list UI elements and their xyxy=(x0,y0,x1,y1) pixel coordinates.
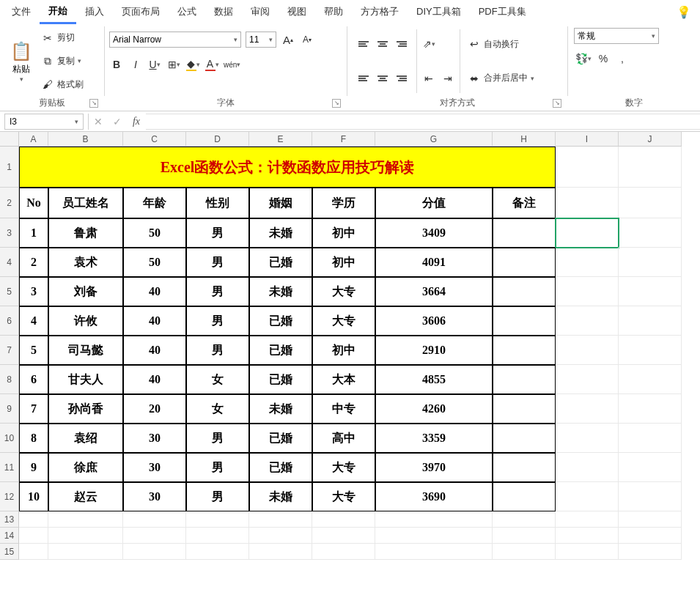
fill-color-button[interactable]: ◆▾ xyxy=(185,57,200,72)
cell-I11[interactable] xyxy=(556,453,619,482)
data-cell-D7[interactable]: 男 xyxy=(186,336,249,365)
data-cell-D8[interactable]: 女 xyxy=(186,365,249,394)
align-middle-button[interactable] xyxy=(375,37,390,51)
data-cell-D9[interactable]: 女 xyxy=(186,394,249,424)
spreadsheet-grid[interactable]: ABCDEFGHIJ 1Excel函数公式：计数函数应用技巧解读2No员工姓名年… xyxy=(0,132,700,560)
formula-input[interactable] xyxy=(146,114,700,130)
data-cell-E3[interactable]: 未婚 xyxy=(249,218,312,248)
data-cell-B6[interactable]: 许攸 xyxy=(48,306,123,336)
align-left-button[interactable] xyxy=(356,71,371,86)
data-cell-A3[interactable]: 1 xyxy=(19,218,48,248)
data-cell-A10[interactable]: 8 xyxy=(19,424,48,453)
data-cell-H6[interactable] xyxy=(493,306,556,336)
decrease-font-button[interactable]: A▾ xyxy=(300,32,314,47)
header-cell-7[interactable]: 备注 xyxy=(493,188,556,218)
cell-I12[interactable] xyxy=(556,482,619,511)
cell-E13[interactable] xyxy=(249,511,312,528)
col-header-C[interactable]: C xyxy=(123,132,186,147)
data-cell-E9[interactable]: 未婚 xyxy=(249,394,312,424)
name-box[interactable]: I3▾ xyxy=(4,114,84,130)
cell-I6[interactable] xyxy=(556,306,619,336)
cell-J14[interactable] xyxy=(619,528,682,544)
select-all-corner[interactable] xyxy=(0,132,19,147)
data-cell-B3[interactable]: 鲁肃 xyxy=(48,218,123,248)
data-cell-H11[interactable] xyxy=(493,453,556,482)
data-cell-C5[interactable]: 40 xyxy=(123,277,186,306)
orientation-button[interactable]: ⇗▾ xyxy=(421,37,436,51)
data-cell-F9[interactable]: 中专 xyxy=(312,394,375,424)
copy-button[interactable]: ⧉复制▾ xyxy=(38,52,86,70)
header-cell-5[interactable]: 学历 xyxy=(312,188,375,218)
data-cell-H12[interactable] xyxy=(493,482,556,511)
cell-F14[interactable] xyxy=(312,528,375,544)
italic-button[interactable]: I xyxy=(128,57,143,72)
data-cell-D10[interactable]: 男 xyxy=(186,424,249,453)
cell-D15[interactable] xyxy=(186,544,249,560)
number-format-select[interactable]: 常规▾ xyxy=(574,28,659,44)
data-cell-H9[interactable] xyxy=(493,394,556,424)
data-cell-F12[interactable]: 大专 xyxy=(312,482,375,511)
data-cell-C11[interactable]: 30 xyxy=(123,453,186,482)
data-cell-E4[interactable]: 已婚 xyxy=(249,248,312,277)
data-cell-E7[interactable]: 已婚 xyxy=(249,336,312,365)
data-cell-G4[interactable]: 4091 xyxy=(375,248,493,277)
cell-I15[interactable] xyxy=(556,544,619,560)
data-cell-B12[interactable]: 赵云 xyxy=(48,482,123,511)
menu-item-6[interactable]: 审阅 xyxy=(242,1,279,23)
align-center-button[interactable] xyxy=(375,71,390,86)
col-header-H[interactable]: H xyxy=(493,132,556,147)
data-cell-G9[interactable]: 4260 xyxy=(375,394,493,424)
increase-indent-button[interactable]: ⇥ xyxy=(441,71,455,86)
data-cell-D5[interactable]: 男 xyxy=(186,277,249,306)
data-cell-B8[interactable]: 甘夫人 xyxy=(48,365,123,394)
data-cell-A4[interactable]: 2 xyxy=(19,248,48,277)
data-cell-A11[interactable]: 9 xyxy=(19,453,48,482)
dialog-launcher-icon[interactable]: ↘ xyxy=(89,99,98,108)
align-top-button[interactable] xyxy=(356,37,371,51)
data-cell-D4[interactable]: 男 xyxy=(186,248,249,277)
cell-J1[interactable] xyxy=(619,147,682,188)
cancel-button[interactable]: ✕ xyxy=(89,116,108,128)
data-cell-D12[interactable]: 男 xyxy=(186,482,249,511)
cell-J3[interactable] xyxy=(619,218,682,248)
data-cell-B11[interactable]: 徐庶 xyxy=(48,453,123,482)
cell-C15[interactable] xyxy=(123,544,186,560)
decrease-indent-button[interactable]: ⇤ xyxy=(421,71,436,86)
cell-A15[interactable] xyxy=(19,544,48,560)
row-header-4[interactable]: 4 xyxy=(0,248,19,277)
header-cell-1[interactable]: 员工姓名 xyxy=(48,188,123,218)
col-header-G[interactable]: G xyxy=(375,132,493,147)
menu-item-3[interactable]: 页面布局 xyxy=(113,1,169,23)
tell-me-icon[interactable]: 💡 xyxy=(677,5,691,19)
cell-G13[interactable] xyxy=(375,511,493,528)
cell-I7[interactable] xyxy=(556,336,619,365)
data-cell-G7[interactable]: 2910 xyxy=(375,336,493,365)
cell-J15[interactable] xyxy=(619,544,682,560)
menu-item-5[interactable]: 数据 xyxy=(205,1,242,23)
data-cell-C9[interactable]: 20 xyxy=(123,394,186,424)
cell-D13[interactable] xyxy=(186,511,249,528)
cell-I10[interactable] xyxy=(556,424,619,453)
currency-button[interactable]: 💱▾ xyxy=(575,51,592,66)
cell-I14[interactable] xyxy=(556,528,619,544)
cell-C14[interactable] xyxy=(123,528,186,544)
cell-E15[interactable] xyxy=(249,544,312,560)
row-header-13[interactable]: 13 xyxy=(0,511,19,528)
menu-item-0[interactable]: 文件 xyxy=(3,1,40,23)
cell-I5[interactable] xyxy=(556,277,619,306)
cell-I4[interactable] xyxy=(556,248,619,277)
format-painter-button[interactable]: 🖌格式刷 xyxy=(38,75,86,93)
data-cell-F10[interactable]: 高中 xyxy=(312,424,375,453)
phonetic-button[interactable]: wén▾ xyxy=(224,57,240,72)
cell-E14[interactable] xyxy=(249,528,312,544)
comma-button[interactable]: , xyxy=(615,51,630,66)
cell-I2[interactable] xyxy=(556,188,619,218)
data-cell-D3[interactable]: 男 xyxy=(186,218,249,248)
header-cell-0[interactable]: No xyxy=(19,188,48,218)
cell-G14[interactable] xyxy=(375,528,493,544)
menu-item-7[interactable]: 视图 xyxy=(279,1,315,23)
col-header-A[interactable]: A xyxy=(19,132,48,147)
data-cell-C12[interactable]: 30 xyxy=(123,482,186,511)
data-cell-G5[interactable]: 3664 xyxy=(375,277,493,306)
cell-H13[interactable] xyxy=(493,511,556,528)
